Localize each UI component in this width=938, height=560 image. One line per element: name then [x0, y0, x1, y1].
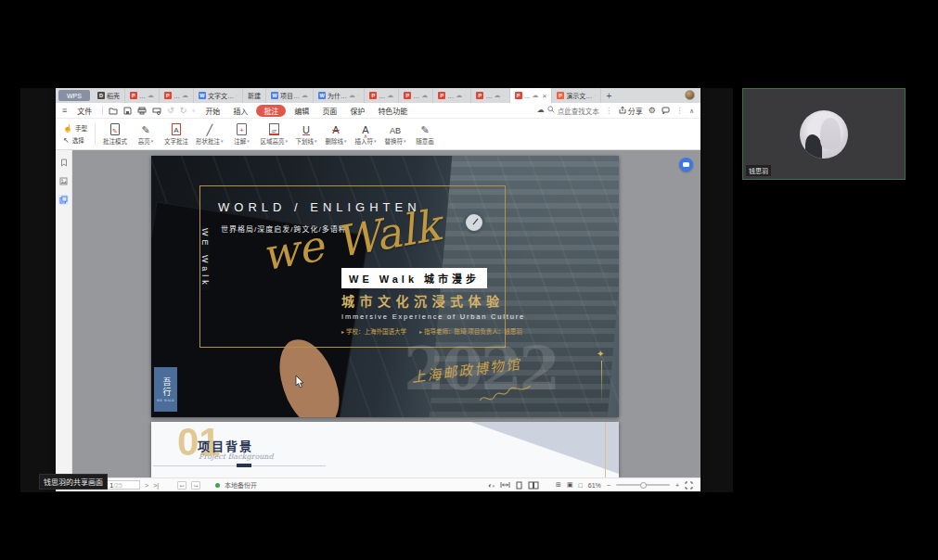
menu-item-2[interactable]: 批注 [256, 105, 286, 117]
account-avatar[interactable] [685, 90, 695, 100]
document-tab-13[interactable]: P演示文…◦ [552, 88, 601, 103]
single-page-icon[interactable] [516, 481, 522, 490]
star-ornament-icon: ✦ [597, 349, 604, 359]
document-tab-9[interactable]: P…☁ [399, 88, 433, 103]
zoom-out-button[interactable]: − [607, 482, 610, 489]
toolbar-area-highlight-button[interactable]: ▱区域高亮▾ [257, 121, 292, 147]
tab-label: 文字文… [208, 91, 234, 100]
backup-status-text[interactable]: 本地备份开 [225, 480, 257, 490]
double-page-icon[interactable] [528, 481, 539, 490]
menu-item-6[interactable]: 特色功能 [373, 105, 412, 117]
close-tab-icon[interactable]: × [541, 92, 547, 100]
last-page-button[interactable]: >| [153, 482, 159, 489]
tab-label: 演示文… [566, 91, 592, 100]
next-view-button[interactable]: ↪ [191, 481, 200, 490]
comment-icon[interactable] [662, 107, 670, 114]
webcam-panel[interactable]: 钱思羽 [742, 88, 906, 180]
settings-gear-icon[interactable]: ⚙ [649, 107, 656, 115]
cursor-icon: ↖ [63, 136, 70, 145]
mouse-cursor [295, 375, 305, 392]
hamburger-icon[interactable]: ≡ [62, 107, 67, 115]
document-tab-5[interactable]: 新建 [243, 88, 266, 103]
select-tool[interactable]: ↖ 选择 [63, 135, 87, 145]
actual-size-icon[interactable]: ▣ [567, 481, 573, 489]
pdf-page-1[interactable]: WE Walk WORLD / ENLIGHTEN 世界格局/深度启发/跨文化/… [151, 156, 619, 417]
pdf-canvas[interactable]: WE Walk WORLD / ENLIGHTEN 世界格局/深度启发/跨文化/… [72, 150, 700, 477]
document-tab-2[interactable]: P…☁ [125, 88, 160, 103]
menu-item-5[interactable]: 保护 [345, 105, 369, 117]
highlight-icon: ✎ [141, 123, 149, 135]
save-icon[interactable] [123, 107, 132, 115]
print-preview-icon[interactable] [152, 107, 161, 115]
zoom-in-button[interactable]: + [675, 482, 679, 489]
toolbar-strikethrough-button[interactable]: A删除线▾ [321, 121, 351, 147]
chevron-down-icon: ▾ [374, 138, 377, 144]
document-tab-6[interactable]: W项目…☁ [266, 88, 314, 103]
customize-toolbar-icon[interactable]: ▿ [192, 108, 195, 113]
toolbar-freedraw-button[interactable]: ✎随意画 [410, 121, 440, 147]
zoom-level[interactable]: 61% [588, 482, 601, 489]
collapse-ribbon-icon[interactable]: ∧ [689, 108, 694, 114]
crop-view-icon[interactable]: □ [579, 482, 583, 489]
assistant-float-button[interactable] [679, 158, 693, 172]
toolbar-button-label: 文字批注 [164, 136, 188, 146]
chevron-down-icon: ▾ [286, 138, 289, 144]
doc-file-icon: W [199, 92, 206, 99]
pdf-file-icon: P [130, 92, 137, 99]
toolbar-replace-button[interactable]: AB替换符▾ [380, 121, 410, 147]
fullscreen-icon[interactable] [685, 481, 693, 490]
thumbnails-panel-icon[interactable] [58, 195, 69, 205]
image-panel-icon[interactable] [58, 176, 69, 186]
fit-width-icon[interactable] [500, 481, 510, 489]
toolbar-text-annotate-button[interactable]: A文字批注 [161, 121, 192, 147]
star-line-ornament [601, 361, 602, 403]
document-tab-7[interactable]: W为什…☁◦ [314, 88, 365, 103]
next-page-button[interactable]: > [145, 482, 148, 489]
print-icon[interactable] [137, 107, 147, 115]
pdf-page-2[interactable]: 01 项目背景 Project Background [151, 422, 619, 477]
toolbar-underline-button[interactable]: U下划线▾ [291, 121, 321, 147]
menu-file[interactable]: 文件 [72, 105, 96, 117]
prev-view-button[interactable]: ↩ [177, 481, 186, 490]
hand-tool[interactable]: ☝ 手型 [63, 123, 87, 133]
more-dots-icon[interactable]: ⋮ [675, 107, 684, 115]
menu-item-1[interactable]: 插入 [228, 105, 252, 117]
assistant-icon [683, 162, 689, 167]
share-button[interactable]: 分享 [619, 106, 643, 116]
screen: WPSD稻壳P…☁P…☁W文字文…◦新建W项目…☁W为什…☁◦P…☁P…☁P…☁… [0, 0, 938, 560]
wps-home-button[interactable]: WPS [58, 90, 90, 101]
document-tab-1[interactable]: D稻壳 [93, 88, 125, 103]
document-tab-4[interactable]: W文字文…◦ [194, 88, 243, 103]
document-tab-3[interactable]: P…☁ [160, 88, 194, 103]
menu-item-0[interactable]: 开始 [200, 105, 225, 117]
undo-icon[interactable]: ↺ [167, 107, 174, 115]
hand-select-group: ☝ 手型 ↖ 选择 [59, 123, 91, 145]
pdf-file-icon: P [164, 92, 172, 99]
zoom-slider[interactable] [616, 484, 670, 486]
caret-icon: A∧ [362, 123, 368, 135]
toolbar-highlight-button[interactable]: ✎高亮▾ [131, 121, 161, 147]
toolbar-caret-button[interactable]: A∧插入符▾ [351, 121, 380, 147]
menu-item-3[interactable]: 编辑 [289, 105, 314, 117]
new-tab-button[interactable]: + [601, 88, 616, 103]
document-tab-10[interactable]: P…☁◦ [433, 88, 471, 103]
participant-avatar [800, 110, 848, 159]
eye-protect-icon[interactable]: ◐▾ [488, 482, 495, 489]
menu-item-4[interactable]: 页面 [317, 105, 341, 117]
document-tab-8[interactable]: P…☁ [365, 88, 399, 103]
toolbar-button-label: 随意画 [416, 136, 434, 146]
document-tab-11[interactable]: P…☁◦ [471, 88, 509, 103]
redo-icon[interactable]: ↻ [180, 107, 187, 115]
zoom-slider-knob[interactable] [640, 482, 647, 489]
search-box[interactable]: ☁ 点此查找文本 [537, 106, 599, 116]
toolbar-annotate-mode-button[interactable]: ✎批注模式 [99, 121, 131, 147]
fit-page-icon[interactable]: ⊞ [556, 481, 561, 489]
open-folder-icon[interactable] [109, 107, 118, 115]
document-tab-12[interactable]: P…☁× [510, 88, 553, 103]
toolbar-note-button[interactable]: +注解▾ [227, 121, 257, 147]
more-dots-icon[interactable]: ⋮ [605, 107, 613, 115]
cloud-sync-icon: ☁ [533, 92, 539, 99]
toolbar-shape-annotate-button[interactable]: ╱形状批注▾ [192, 121, 227, 147]
bookmark-panel-icon[interactable] [58, 158, 69, 168]
pdf-file-icon: P [369, 92, 377, 99]
